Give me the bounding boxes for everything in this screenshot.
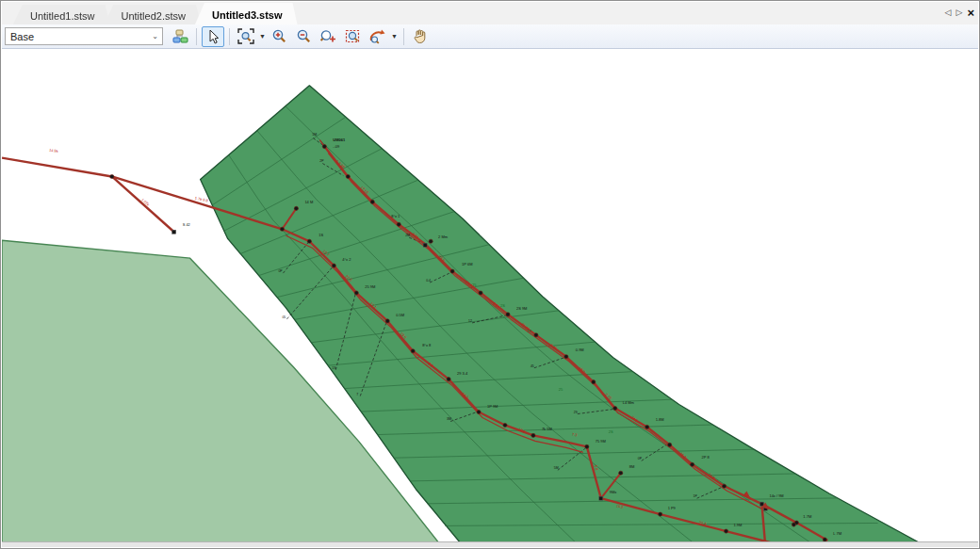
svg-text:29 3.4: 29 3.4	[457, 371, 468, 376]
tab-scroll-right-icon[interactable]: ▷	[956, 6, 962, 19]
svg-text:L4 Mm: L4 Mm	[623, 400, 635, 405]
svg-text:1 P9: 1 P9	[668, 506, 677, 510]
tab-untitled1[interactable]: Untitled1.stsw	[13, 5, 109, 24]
svg-text:8°x 8: 8°x 8	[422, 343, 432, 347]
zoom-previous-button[interactable]	[367, 26, 389, 47]
svg-text:0P: 0P	[278, 269, 283, 273]
window-bottom-frame	[2, 541, 978, 547]
svg-text:-.09: -.09	[333, 144, 340, 149]
zoom-scale-button[interactable]	[318, 26, 340, 47]
svg-text:4°x 2: 4°x 2	[342, 257, 351, 262]
svg-text:8°x 1: 8°x 1	[391, 214, 400, 218]
zoom-out-button[interactable]	[293, 26, 316, 47]
pan-hand-icon	[413, 28, 428, 44]
tab-scroll-left-icon[interactable]: ◁	[945, 6, 952, 19]
svg-text:9Mx: 9Mx	[610, 490, 617, 494]
zoom-in-icon	[271, 28, 287, 44]
zoom-previous-dropdown-caret[interactable]: ▼	[391, 33, 398, 40]
svg-text:S 42: S 42	[183, 222, 190, 227]
svg-text:2P 8: 2P 8	[702, 455, 710, 460]
svg-text:45: 45	[531, 364, 534, 368]
svg-text:0.5M: 0.5M	[396, 313, 404, 317]
tab-untitled3-active[interactable]: Untitled3.stsw	[195, 3, 298, 24]
layer-select-dropdown[interactable]: Base ⌄	[5, 27, 163, 45]
svg-text:25 9M: 25 9M	[365, 284, 375, 289]
svg-text:UM061: UM061	[333, 137, 346, 142]
svg-text:2M: 2M	[405, 234, 410, 237]
svg-text:2P: 2P	[319, 159, 324, 163]
svg-text:14 M: 14 M	[304, 200, 313, 204]
svg-text:L 7M: L 7M	[833, 531, 841, 536]
svg-text:1P 6M: 1P 6M	[462, 262, 472, 266]
zoom-previous-icon	[368, 28, 386, 44]
chevron-down-icon: ⌄	[152, 32, 158, 40]
pan-button[interactable]	[409, 26, 432, 47]
svg-text:5M: 5M	[554, 466, 559, 470]
close-tab-icon[interactable]: ×	[967, 7, 974, 19]
toolbar-separator	[229, 28, 230, 45]
svg-text:1P: 1P	[694, 494, 698, 498]
svg-text:1.8M: 1.8M	[656, 417, 664, 422]
toolbar-separator	[196, 28, 197, 45]
svg-text:14.9k: 14.9k	[49, 148, 58, 153]
tab-untitled2[interactable]: Untitled2.stsw	[104, 5, 200, 24]
svg-text:14x / 9M: 14x / 9M	[769, 493, 783, 498]
svg-text:29: 29	[574, 411, 578, 414]
application-window: { "tabs": [ {"label": "Untitled1.stsw", …	[0, 0, 980, 549]
svg-text:7k 5M: 7k 5M	[542, 427, 552, 431]
layer-select-value: Base	[10, 31, 34, 42]
layers-icon	[172, 29, 188, 44]
svg-text:1.7M: 1.7M	[803, 514, 811, 519]
map-canvas[interactable]: 14.9k1.07k1.7k 9.84.3 9817.549.8123.615.…	[2, 49, 978, 542]
toolbar-separator	[403, 28, 404, 45]
zoom-out-icon	[296, 28, 312, 44]
tab-scroll-controls: ◁ ▷ ×	[945, 6, 974, 19]
document-tab-bar: Untitled1.stsw Untitled2.stsw Untitled3.…	[2, 2, 978, 24]
svg-text:0P: 0P	[638, 457, 643, 460]
zoom-window-icon	[345, 28, 362, 44]
svg-text:8M: 8M	[629, 464, 635, 469]
svg-text:7: 7	[356, 393, 358, 396]
zoom-in-button[interactable]	[269, 26, 291, 47]
svg-text:05: 05	[282, 315, 286, 319]
tab-label: Untitled3.stsw	[212, 9, 283, 21]
zoom-extents-icon	[237, 28, 254, 44]
survey-map[interactable]: 14.9k1.07k1.7k 9.84.3 9817.549.8123.615.…	[2, 49, 978, 542]
select-tool-button[interactable]	[202, 26, 224, 47]
map-toolbar: Base ⌄ ▼	[2, 24, 978, 49]
svg-text:1.9M: 1.9M	[734, 523, 743, 527]
svg-text:1P: 1P	[527, 329, 531, 333]
svg-text:2S: 2S	[609, 429, 613, 434]
zoom-window-button[interactable]	[342, 26, 365, 47]
tab-label: Untitled2.stsw	[121, 10, 185, 22]
svg-text:3M: 3M	[447, 417, 451, 421]
svg-text:0.4: 0.4	[426, 279, 431, 283]
svg-text:1S: 1S	[332, 366, 336, 370]
tab-label: Untitled1.stsw	[30, 10, 94, 22]
svg-text:1M: 1M	[312, 133, 317, 137]
svg-text:12: 12	[468, 319, 472, 323]
svg-text:2S 9M: 2S 9M	[516, 306, 527, 311]
svg-text:1S: 1S	[318, 233, 323, 237]
svg-text:0.9M: 0.9M	[576, 347, 584, 352]
svg-text:1P 9M: 1P 9M	[487, 404, 498, 409]
svg-text:75 9M: 75 9M	[596, 439, 606, 444]
layers-button[interactable]	[169, 26, 191, 47]
svg-text:2S: 2S	[500, 303, 505, 308]
zoom-scale-icon	[319, 28, 337, 44]
svg-text:2 Mm: 2 Mm	[438, 234, 449, 239]
zoom-extents-button[interactable]	[235, 26, 257, 47]
zoom-extents-dropdown-caret[interactable]: ▼	[259, 33, 266, 40]
select-cursor-icon	[206, 29, 220, 44]
